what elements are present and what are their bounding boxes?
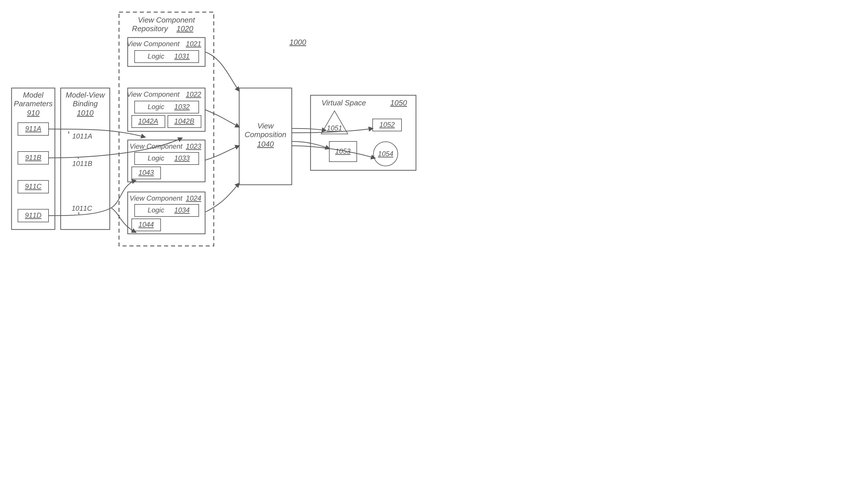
binding-1011C-to-1044: [111, 208, 136, 232]
binding-1011C-to-1043: [49, 180, 136, 216]
repo-ref: 1020: [176, 24, 193, 33]
vc-to-1054: [292, 146, 375, 158]
svg-text:911C: 911C: [25, 182, 41, 190]
svg-text:1053: 1053: [335, 147, 351, 155]
view-component-1023: View Component 1023 Logic 1033 1043: [128, 140, 205, 182]
vc-title: View: [257, 122, 274, 130]
svg-text:1043: 1043: [138, 168, 154, 176]
view-component-1022: View Component 1022 Logic 1032 1042A 104…: [127, 88, 205, 131]
svg-text:1042A: 1042A: [138, 117, 158, 125]
svg-text:1031: 1031: [174, 52, 190, 60]
binding-1011B-label: 1011B: [72, 160, 92, 167]
svg-text:Logic: Logic: [147, 103, 164, 111]
svg-text:1022: 1022: [186, 90, 201, 98]
mp-title: Model: [23, 91, 44, 99]
tall-rect-shape-1053: 1053: [329, 141, 357, 162]
mp-item-911B: 911B: [18, 151, 49, 164]
mp-item-911D: 911D: [18, 209, 49, 222]
comp1021-to-vc: [205, 52, 239, 91]
vc-subtitle: Composition: [245, 130, 286, 139]
svg-text:1021: 1021: [186, 40, 201, 48]
svg-text:View Component: View Component: [130, 142, 183, 150]
svg-text:1052: 1052: [379, 121, 395, 128]
svg-text:Logic: Logic: [147, 52, 164, 60]
svg-text:View Component: View Component: [130, 194, 183, 202]
mvb-subtitle: Binding: [73, 99, 98, 108]
view-component-1021: View Component 1021 Logic 1031: [127, 37, 205, 66]
svg-text:911B: 911B: [25, 154, 41, 161]
svg-text:1042B: 1042B: [174, 117, 194, 125]
mp-subtitle: Parameters: [14, 99, 53, 108]
vs-ref: 1050: [390, 98, 407, 107]
rect-shape-1052: 1052: [372, 119, 401, 131]
svg-text:Logic: Logic: [147, 206, 164, 214]
comp1022-to-vc: [205, 110, 239, 127]
svg-text:1054: 1054: [378, 150, 393, 158]
view-composition: View Composition 1040: [239, 88, 292, 185]
svg-text:1024: 1024: [186, 194, 201, 202]
svg-text:1033: 1033: [174, 154, 190, 162]
view-component-1024: View Component 1024 Logic 1034 1044: [128, 192, 205, 234]
diagram-canvas: 1000 Model Parameters 910 911A 911B 911C…: [0, 0, 426, 252]
model-parameters: Model Parameters 910 911A 911B 911C 911D: [12, 88, 55, 230]
comp1023-to-vc: [205, 146, 239, 160]
mvb-ref: 1010: [77, 109, 93, 117]
binding-1011A-label: 1011A: [72, 132, 92, 140]
binding-1011C-leader: [79, 212, 79, 215]
svg-text:1051: 1051: [327, 124, 342, 132]
svg-text:View Component: View Component: [127, 90, 180, 98]
comp1024-to-vc: [205, 183, 239, 212]
mp-item-911A: 911A: [18, 123, 49, 136]
binding-1011C-label: 1011C: [72, 204, 92, 212]
svg-text:1032: 1032: [174, 103, 190, 111]
svg-text:Logic: Logic: [147, 154, 164, 162]
svg-text:1044: 1044: [138, 220, 154, 228]
repo-subtitle: Repository: [132, 24, 169, 33]
figure-id: 1000: [290, 38, 306, 47]
mp-item-911C: 911C: [18, 180, 49, 193]
vc-to-1051: [292, 128, 326, 130]
mp-ref: 910: [27, 109, 39, 117]
virtual-space: Virtual Space 1050 1051 1052 1053 1054: [311, 95, 416, 170]
vc-ref: 1040: [257, 140, 274, 148]
svg-text:1034: 1034: [174, 206, 190, 214]
mvb-title: Model-View: [66, 91, 105, 99]
vs-title: Virtual Space: [322, 98, 366, 107]
svg-text:911D: 911D: [25, 211, 41, 219]
binding-1011A: [49, 129, 145, 137]
circle-shape-1054: 1054: [374, 142, 398, 166]
view-component-repository: View Component Repository 1020 View Comp…: [119, 12, 214, 246]
repo-title: View Component: [138, 16, 195, 24]
svg-text:911A: 911A: [25, 125, 41, 132]
binding-1011B-leader: [78, 158, 79, 159]
svg-text:View Component: View Component: [127, 40, 180, 48]
svg-text:1023: 1023: [186, 142, 201, 150]
